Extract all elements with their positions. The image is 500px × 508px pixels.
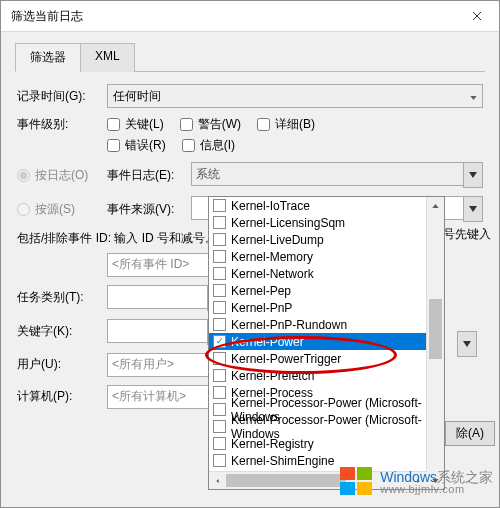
clear-button[interactable]: 除(A) [445, 421, 495, 446]
dropdown-list[interactable]: Kernel-IoTraceKernel-LicensingSqmKernel-… [209, 197, 426, 489]
chk-critical-box[interactable] [107, 118, 120, 131]
checkbox-icon [213, 420, 226, 433]
dropdown-item-label: Kernel-ShimEngine [231, 454, 334, 468]
dropdown-item[interactable]: Kernel-Power [209, 333, 426, 350]
row-logged: 记录时间(G): 任何时间 [17, 84, 483, 108]
chk-warning-box[interactable] [180, 118, 193, 131]
combo-eventlogs: 系统 [191, 162, 483, 188]
dropdown-item[interactable]: Kernel-PnP-Rundown [209, 316, 426, 333]
tab-xml[interactable]: XML [80, 43, 135, 72]
dropdown-item[interactable]: Kernel-Memory [209, 248, 426, 265]
dropdown-item[interactable]: Kernel-LiveDump [209, 231, 426, 248]
chk-verbose-box[interactable] [257, 118, 270, 131]
dropdown-item[interactable]: Kernel-Prefetch [209, 367, 426, 384]
dropdown-item[interactable]: Kernel-LicensingSqm [209, 214, 426, 231]
row-bylog: 按日志(O) 事件日志(E): 系统 [17, 162, 483, 188]
label-task: 任务类别(T): [17, 289, 107, 306]
label-user: 用户(U): [17, 356, 107, 373]
checkbox-icon [213, 369, 226, 382]
chk-critical[interactable]: 关键(L) [107, 116, 164, 133]
radio-bylog[interactable]: 按日志(O) [17, 167, 107, 184]
dropdown-item-label: Kernel-PnP [231, 301, 292, 315]
dropdown-item[interactable]: Kernel-IoTrace [209, 197, 426, 214]
tab-filter[interactable]: 筛选器 [15, 43, 81, 72]
dropdown-item-label: Kernel-PnP-Rundown [231, 318, 347, 332]
combo-keywords-button-right[interactable] [457, 331, 477, 357]
select-logged-value: 任何时间 [113, 88, 161, 105]
checkbox-icon [213, 318, 226, 331]
dropdown-item-label: Kernel-LiveDump [231, 233, 324, 247]
select-logged[interactable]: 任何时间 [107, 84, 483, 108]
scroll-left-button[interactable] [209, 472, 226, 489]
dropdown-item[interactable]: Kernel-PowerTrigger [209, 350, 426, 367]
dropdown-item[interactable]: Kernel-Processor-Power (Microsoft-Window… [209, 418, 426, 435]
combo-keywords-field[interactable] [107, 319, 207, 343]
label-keywords: 关键字(K): [17, 323, 107, 340]
radio-bysource-input[interactable] [17, 203, 30, 216]
checkbox-icon [213, 437, 226, 450]
titlebar: 筛选当前日志 [1, 1, 499, 32]
combo-eventlogs-button[interactable] [463, 162, 483, 188]
checkbox-icon [213, 199, 226, 212]
checkbox-icon [213, 284, 226, 297]
combo-eventsources-button[interactable] [463, 196, 483, 222]
dropdown-item-label: Kernel-IoTrace [231, 199, 310, 213]
combo-task-field[interactable] [107, 285, 207, 309]
dropdown-item[interactable]: Kernel-PnP [209, 299, 426, 316]
chk-error[interactable]: 错误(R) [107, 137, 166, 154]
windows-logo-icon [340, 467, 374, 497]
dropdown-item-label: Kernel-LicensingSqm [231, 216, 345, 230]
dropdown-item-label: Kernel-Registry [231, 437, 314, 451]
chk-error-box[interactable] [107, 139, 120, 152]
combo-eventlogs-field[interactable]: 系统 [191, 162, 463, 186]
checkbox-icon [213, 403, 226, 416]
checkbox-icon [213, 352, 226, 365]
chevron-down-icon [470, 89, 477, 103]
radio-bysource[interactable]: 按源(S) [17, 201, 107, 218]
watermark-text: Windows系统之家 www.bjjmlv.com [380, 470, 493, 495]
dropdown-item-label: Kernel-Pep [231, 284, 291, 298]
checkbox-icon [213, 233, 226, 246]
label-computer: 计算机(P): [17, 388, 107, 405]
help-text-right: 号先键入 [443, 226, 491, 243]
scroll-track[interactable] [427, 214, 444, 472]
dropdown-item[interactable]: Kernel-Network [209, 265, 426, 282]
dropdown-item-label: Kernel-Prefetch [231, 369, 314, 383]
checkbox-icon [213, 250, 226, 263]
scroll-thumb[interactable] [429, 299, 442, 359]
checkbox-icon [213, 386, 226, 399]
dropdown-item[interactable]: Kernel-Pep [209, 282, 426, 299]
window-title: 筛选当前日志 [11, 8, 83, 25]
checkbox-icon [213, 267, 226, 280]
row-level: 事件级别: 关键(L) 警告(W) 详细(B) 错误(R) 信息(I) [17, 116, 483, 154]
dropdown-vscrollbar[interactable] [426, 197, 444, 489]
event-sources-dropdown: Kernel-IoTraceKernel-LicensingSqmKernel-… [208, 196, 445, 490]
checkbox-icon [213, 335, 226, 348]
dropdown-item-label: Kernel-Network [231, 267, 314, 281]
checkbox-icon [213, 454, 226, 467]
chk-info[interactable]: 信息(I) [182, 137, 235, 154]
label-eventsources: 事件来源(V): [107, 201, 191, 218]
chk-info-box[interactable] [182, 139, 195, 152]
close-icon [472, 11, 482, 21]
dropdown-item-label: Kernel-Power [231, 335, 304, 349]
tab-strip: 筛选器 XML [15, 42, 485, 72]
checkbox-icon [213, 216, 226, 229]
level-group: 关键(L) 警告(W) 详细(B) 错误(R) 信息(I) [107, 116, 387, 154]
chk-warning[interactable]: 警告(W) [180, 116, 241, 133]
label-eventlogs: 事件日志(E): [107, 167, 191, 184]
label-level: 事件级别: [17, 116, 107, 133]
radio-bylog-input[interactable] [17, 169, 30, 182]
label-logged: 记录时间(G): [17, 88, 107, 105]
dropdown-item-label: Kernel-Memory [231, 250, 313, 264]
checkbox-icon [213, 301, 226, 314]
close-button[interactable] [454, 1, 499, 31]
chk-verbose[interactable]: 详细(B) [257, 116, 315, 133]
watermark: Windows系统之家 www.bjjmlv.com [340, 467, 493, 497]
window: 筛选当前日志 筛选器 XML 记录时间(G): 任何时间 事件级别: 关键(L) [0, 0, 500, 508]
scroll-up-button[interactable] [427, 197, 444, 214]
hscroll-thumb[interactable] [226, 474, 346, 487]
dropdown-item-label: Kernel-PowerTrigger [231, 352, 341, 366]
